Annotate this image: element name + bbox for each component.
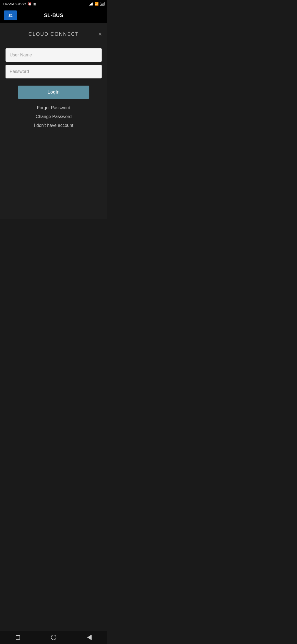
wifi-icon: 📶 bbox=[95, 2, 99, 6]
time-display: 1:02 AM bbox=[3, 2, 14, 6]
close-button[interactable]: × bbox=[98, 31, 102, 37]
logo-text: SL bbox=[9, 13, 13, 18]
app-logo: SL bbox=[4, 10, 17, 20]
login-form: Login bbox=[6, 48, 102, 99]
status-right: 📶 32 bbox=[89, 2, 105, 6]
password-input[interactable] bbox=[6, 65, 102, 78]
signal-icon bbox=[89, 2, 93, 6]
battery-icon: 32 bbox=[100, 2, 105, 6]
dialog-header: CLOUD CONNECT × bbox=[6, 31, 102, 37]
status-bar: 1:02 AM 0.0KB/s ⏰ ▦ 📶 32 bbox=[0, 0, 107, 8]
network-speed: 0.0KB/s bbox=[15, 2, 26, 6]
status-left: 1:02 AM 0.0KB/s ⏰ ▦ bbox=[3, 2, 36, 6]
change-password-link[interactable]: Change Password bbox=[36, 114, 72, 119]
app-header: SL SL-BUS bbox=[0, 8, 107, 23]
username-input[interactable] bbox=[6, 48, 102, 62]
link-group: Forgot Password Change Password I don't … bbox=[34, 105, 73, 128]
alarm-icon: ⏰ bbox=[28, 2, 32, 6]
calendar-icon: ▦ bbox=[33, 2, 36, 6]
forgot-password-link[interactable]: Forgot Password bbox=[37, 105, 70, 110]
no-account-link[interactable]: I don't have account bbox=[34, 123, 73, 128]
dialog-title: CLOUD CONNECT bbox=[28, 31, 79, 37]
app-title: SL-BUS bbox=[44, 13, 63, 18]
login-button[interactable]: Login bbox=[18, 86, 89, 99]
main-content: CLOUD CONNECT × Login Forgot Password Ch… bbox=[0, 23, 107, 219]
